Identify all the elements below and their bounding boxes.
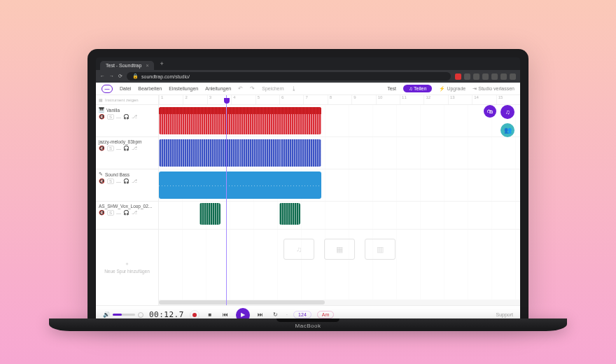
laptop-base: MacBook <box>49 318 567 331</box>
extension-icon[interactable] <box>455 74 461 80</box>
headphones-icon[interactable]: 🎧 <box>123 210 130 216</box>
track-header[interactable]: ✎Sound Bass 🔇S—🎧⎇ <box>96 169 158 202</box>
track-header[interactable]: jazzy-melody_83bpm 🔇S—🎧⎇ <box>96 137 158 169</box>
volume-slider[interactable]: — <box>116 211 121 216</box>
track-name: jazzy-melody_83bpm <box>99 139 141 144</box>
download-icon[interactable]: ⭳ <box>291 85 297 92</box>
mute-icon[interactable]: 🔇 <box>99 178 105 184</box>
audio-clip[interactable] <box>279 203 300 225</box>
collab-panel-button[interactable]: 👥 <box>500 123 514 137</box>
project-title[interactable]: Test <box>387 86 396 91</box>
menu-file[interactable]: Datei <box>120 86 131 91</box>
audio-clip[interactable] <box>159 139 321 167</box>
key-display[interactable]: Am <box>317 311 335 318</box>
headphones-icon[interactable]: 🎧 <box>123 114 130 120</box>
horizontal-scrollbar[interactable] <box>159 300 520 305</box>
timeline: 1 2 3 4 5 6 7 8 9 10 11 12 13 14 <box>159 95 520 305</box>
solo-button[interactable]: S <box>107 146 114 151</box>
extension-icon[interactable] <box>464 74 470 80</box>
browser-extensions <box>455 74 516 80</box>
track-header[interactable]: AS_SHW_Vox_Loop_02... 🔇S—🎧⎇ <box>96 202 158 230</box>
plus-icon: ＋ <box>125 261 130 267</box>
browser-tab-bar: Test - Soundtrap × + <box>96 57 520 70</box>
laptop-brand: MacBook <box>295 323 321 329</box>
headphones-icon[interactable]: 🎧 <box>123 178 130 184</box>
track-name: Sound Bass <box>105 172 130 177</box>
arrangement-area[interactable]: ♫ ▦ ▥ <box>159 105 520 300</box>
volume-slider[interactable]: — <box>116 115 121 120</box>
close-tab-icon[interactable]: × <box>146 63 148 68</box>
show-instrument-toggle[interactable]: ▦ Instrument zeigen <box>96 95 158 105</box>
audio-clip[interactable] <box>200 203 220 225</box>
track-name: Vanilla <box>106 108 120 113</box>
keys-drop-zone[interactable]: ▥ <box>365 239 396 260</box>
marketplace-icon[interactable]: 🛍 <box>484 105 496 118</box>
fx-icon[interactable]: ⎇ <box>132 114 137 120</box>
undo-icon[interactable]: ↶ <box>238 85 243 92</box>
track-name: AS_SHW_Vox_Loop_02... <box>99 204 152 209</box>
mute-icon[interactable]: 🔇 <box>99 146 105 151</box>
headphones-icon[interactable]: 🎧 <box>123 146 130 151</box>
solo-button[interactable]: S <box>107 178 114 184</box>
lock-icon: 🔒 <box>132 74 139 79</box>
loops-panel-button[interactable]: ♫ <box>500 105 514 119</box>
extension-icon[interactable] <box>491 74 498 80</box>
loop-drop-zone[interactable]: ♫ <box>284 239 314 260</box>
pencil-icon: ✎ <box>99 172 103 177</box>
save-button[interactable]: Speichern <box>262 86 284 91</box>
menu-edit[interactable]: Bearbeiten <box>138 86 162 91</box>
share-button[interactable]: ♫ Teilen <box>403 85 432 92</box>
pattern-drop-zone[interactable]: ▦ <box>324 239 355 260</box>
menu-tutorials[interactable]: Anleitungen <box>205 86 231 91</box>
exit-studio-button[interactable]: ⇥ Studio verlassen <box>472 86 514 92</box>
empty-drop-area[interactable]: ♫ ▦ ▥ <box>159 230 520 269</box>
fx-icon[interactable]: ⎇ <box>132 178 137 184</box>
track-sidebar: ▦ Instrument zeigen 🎹Vanilla 🔇S—🎧⎇ jazzy… <box>96 95 159 305</box>
extension-icon[interactable] <box>482 74 489 80</box>
speaker-icon: 🔊 <box>103 312 110 318</box>
tempo-display[interactable]: 124 <box>293 311 312 318</box>
mute-icon[interactable]: 🔇 <box>99 210 105 216</box>
app-logo[interactable]: — <box>102 85 113 93</box>
tab-title: Test - Soundtrap <box>106 63 141 68</box>
app-menubar: — Datei Bearbeiten Einstellungen Anleitu… <box>96 83 520 95</box>
audio-clip[interactable] <box>159 107 321 134</box>
solo-button[interactable]: S <box>107 210 114 216</box>
instrument-icon: 🎹 <box>99 107 104 113</box>
reload-icon[interactable]: ⟳ <box>118 74 122 79</box>
forward-icon[interactable]: → <box>109 74 114 79</box>
solo-button[interactable]: S <box>107 114 114 120</box>
extension-icon[interactable] <box>473 74 479 80</box>
volume-slider[interactable]: — <box>116 146 121 151</box>
back-icon[interactable]: ← <box>100 74 105 79</box>
redo-icon[interactable]: ↷ <box>250 85 255 92</box>
fx-icon[interactable]: ⎇ <box>132 210 137 216</box>
upgrade-link[interactable]: ⚡ Upgrade <box>439 86 465 92</box>
audio-clip[interactable] <box>159 172 321 199</box>
ruler[interactable]: 1 2 3 4 5 6 7 8 9 10 11 12 13 14 <box>159 95 520 105</box>
mute-icon[interactable]: 🔇 <box>99 114 105 120</box>
menu-settings[interactable]: Einstellungen <box>169 86 198 91</box>
playhead[interactable] <box>226 95 227 305</box>
browser-tab[interactable]: Test - Soundtrap × <box>100 61 154 70</box>
support-link[interactable]: Support <box>496 312 513 317</box>
track-header[interactable]: 🎹Vanilla 🔇S—🎧⎇ <box>96 105 158 137</box>
profile-icon[interactable] <box>500 74 507 80</box>
url-text: soundtrap.com/studio/ <box>141 74 190 79</box>
fx-icon[interactable]: ⎇ <box>132 146 137 151</box>
address-bar[interactable]: 🔒 soundtrap.com/studio/ <box>127 72 451 80</box>
add-track-button[interactable]: ＋ Neue Spur hinzufügen <box>96 230 158 305</box>
volume-slider[interactable]: — <box>116 179 121 184</box>
browser-toolbar: ← → ⟳ 🔒 soundtrap.com/studio/ <box>96 70 520 83</box>
menu-icon[interactable] <box>510 74 516 80</box>
master-volume[interactable]: 🔊 <box>103 312 144 318</box>
new-tab-button[interactable]: + <box>157 60 166 67</box>
